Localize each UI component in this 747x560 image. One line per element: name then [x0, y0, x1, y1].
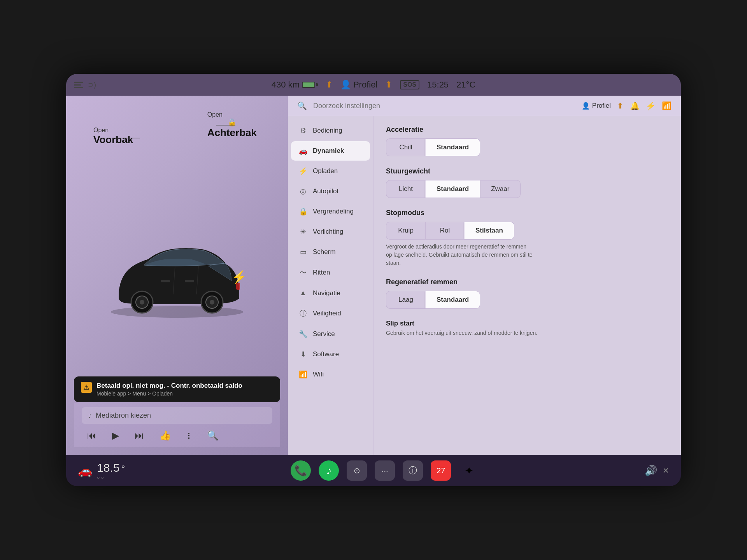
- nav-wifi-label: Wifi: [313, 371, 324, 378]
- nav-wifi[interactable]: 📶 Wifi: [291, 365, 370, 384]
- sos-badge: SOS: [400, 80, 419, 89]
- acceleratie-chill-button[interactable]: Chill: [386, 139, 425, 156]
- stopmodus-stilstaan-button[interactable]: Stilstaan: [464, 222, 514, 239]
- regeneratief-section: Regeneratief remmen Laag Standaard: [386, 278, 668, 309]
- media-source-text: Mediabron kiezen: [96, 411, 151, 420]
- nav-vergrendeling[interactable]: 🔒 Vergrendeling: [291, 202, 370, 221]
- nav-ritten-label: Ritten: [313, 269, 330, 276]
- ritten-icon: 〜: [299, 268, 307, 277]
- warning-box[interactable]: ⚠ Betaald opl. niet mog. - Contr. onbeta…: [74, 376, 280, 402]
- stuurgewicht-standaard-button[interactable]: Standaard: [425, 180, 480, 198]
- music-note-icon: ♪: [88, 411, 92, 420]
- media-bar: ♪ Mediabron kiezen ⏮ ▶ ⏭ 👍 ⫶ 🔍: [74, 402, 280, 447]
- play-button[interactable]: ▶: [110, 429, 121, 443]
- signal-icon: 📶: [662, 101, 672, 110]
- nav-dynamiek[interactable]: 🚗 Dynamiek: [291, 141, 370, 161]
- speaker-icon[interactable]: 🔊: [645, 465, 657, 477]
- warning-content: Betaald opl. niet mog. - Contr. onbetaal…: [96, 382, 242, 397]
- veiligheid-icon: ⓘ: [299, 309, 307, 318]
- sos-display: SOS: [400, 80, 419, 89]
- stopmodus-rol-button[interactable]: Rol: [425, 222, 464, 239]
- settings-search-bar: 🔍 👤 Profiel ⬆ 🔔 ⚡ 📶: [288, 96, 681, 116]
- temperature-display: 18.5 ° ○ ○: [97, 461, 125, 480]
- info-icon[interactable]: ⓘ: [403, 460, 423, 481]
- temp-text: 21°C: [456, 80, 475, 90]
- vergrendeling-icon: 🔒: [299, 207, 307, 216]
- nav-bediening-label: Bediening: [313, 127, 342, 135]
- profile-button[interactable]: 👤 Profiel: [582, 102, 611, 110]
- settings-search-input[interactable]: [313, 102, 575, 110]
- profile-display[interactable]: 👤 Profiel: [340, 80, 377, 90]
- acceleratie-title: Acceleratie: [386, 126, 668, 134]
- taskbar-left: 🚗 18.5 ° ○ ○: [78, 461, 125, 480]
- download-warning-icon: ⬆: [617, 101, 624, 110]
- warning-upload-icon: ⬆: [385, 80, 392, 90]
- nav-bediening[interactable]: ⚙ Bediening: [291, 121, 370, 140]
- nav-opladen[interactable]: ⚡ Opladen: [291, 161, 370, 181]
- navigatie-icon: ▲: [299, 289, 307, 297]
- nav-veiligheid[interactable]: ⓘ Veiligheid: [291, 303, 370, 324]
- messages-icon[interactable]: ···: [375, 460, 395, 481]
- apps-icon[interactable]: ✦: [459, 460, 479, 481]
- settings-nav: ⚙ Bediening 🚗 Dynamiek ⚡ Opladen ◎ Autop…: [288, 116, 374, 455]
- person-icon: 👤: [340, 80, 351, 90]
- taskbar: 🚗 18.5 ° ○ ○ 📞 ♪ ⊙ ··· ⓘ 27 ✦ 🔊 ✕: [66, 455, 681, 486]
- stuurgewicht-licht-button[interactable]: Licht: [386, 180, 425, 198]
- prev-track-button[interactable]: ⏮: [86, 429, 98, 443]
- equalizer-button[interactable]: ⫶: [185, 429, 193, 443]
- nav-autopilot[interactable]: ◎ Autopilot: [291, 182, 370, 201]
- nav-ritten[interactable]: 〜 Ritten: [291, 262, 370, 283]
- nav-service[interactable]: 🔧 Service: [291, 324, 370, 344]
- menu-button[interactable]: ⊃): [74, 80, 96, 89]
- taskbar-center: 📞 ♪ ⊙ ··· ⓘ 27 ✦: [291, 460, 479, 481]
- achterbak-open-text: Open: [207, 111, 223, 118]
- regeneratief-title: Regeneratief remmen: [386, 278, 668, 286]
- stopmodus-title: Stopmodus: [386, 209, 668, 217]
- svg-rect-10: [185, 280, 194, 282]
- media-controls: ⏮ ▶ ⏭ 👍 ⫶ 🔍: [82, 429, 272, 443]
- calendar-icon[interactable]: 27: [431, 460, 451, 481]
- stuurgewicht-title: Stuurgewicht: [386, 167, 668, 175]
- phone-icon[interactable]: 📞: [291, 460, 311, 481]
- charge-lightning-icon: ⚡: [231, 270, 247, 284]
- software-icon: ⬇: [299, 350, 307, 359]
- hamburger-icon: [74, 82, 83, 88]
- warning-triangle-icon: ⚠: [81, 382, 92, 393]
- autopilot-icon: ◎: [299, 187, 307, 196]
- stopmodus-kruip-button[interactable]: Kruip: [386, 222, 425, 239]
- carplay-icon[interactable]: ⊙: [347, 460, 367, 481]
- nav-scherm-label: Scherm: [313, 248, 336, 256]
- nav-software[interactable]: ⬇ Software: [291, 345, 370, 364]
- warning-title: Betaald opl. niet mog. - Contr. onbetaal…: [96, 382, 242, 390]
- spotify-icon[interactable]: ♪: [319, 460, 339, 481]
- nav-software-label: Software: [313, 350, 339, 358]
- search-media-button[interactable]: 🔍: [205, 429, 220, 443]
- nav-scherm[interactable]: ▭ Scherm: [291, 242, 370, 262]
- regeneratief-laag-button[interactable]: Laag: [386, 291, 425, 308]
- media-source-button[interactable]: ♪ Mediabron kiezen: [82, 407, 272, 424]
- battery-icon: [302, 82, 318, 88]
- achterbak-title: Achterbak: [207, 127, 257, 139]
- nav-opladen-label: Opladen: [313, 167, 338, 175]
- like-button[interactable]: 👍: [158, 429, 173, 443]
- next-track-button[interactable]: ⏭: [133, 429, 146, 443]
- car-silhouette: ⚡: [103, 234, 251, 320]
- headlights-icon: ⊃): [88, 80, 96, 89]
- left-panel: Open Voorbak Open 🔓 Achterbak: [66, 96, 288, 455]
- stuurgewicht-zwaar-button[interactable]: Zwaar: [480, 180, 520, 198]
- nav-veiligheid-label: Veiligheid: [313, 310, 341, 317]
- regeneratief-standaard-button[interactable]: Standaard: [425, 291, 480, 308]
- acceleratie-standaard-button[interactable]: Standaard: [425, 139, 480, 156]
- nav-verlichting[interactable]: ☀ Verlichting: [291, 222, 370, 242]
- nav-autopilot-label: Autopilot: [313, 187, 338, 195]
- scherm-icon: ▭: [299, 248, 307, 256]
- opladen-icon: ⚡: [299, 167, 307, 175]
- profile-person-icon: 👤: [582, 102, 590, 110]
- car-taskbar-icon[interactable]: 🚗: [78, 464, 92, 478]
- wifi-icon: 📶: [299, 370, 307, 379]
- nav-navigatie[interactable]: ▲ Navigatie: [291, 284, 370, 303]
- profile-label: Profiel: [592, 102, 611, 110]
- stopmodus-description: Vergroot de actieradius door meer regene…: [386, 243, 534, 267]
- voorbak-label[interactable]: Open Voorbak: [93, 127, 133, 146]
- voorbak-title: Voorbak: [93, 134, 133, 146]
